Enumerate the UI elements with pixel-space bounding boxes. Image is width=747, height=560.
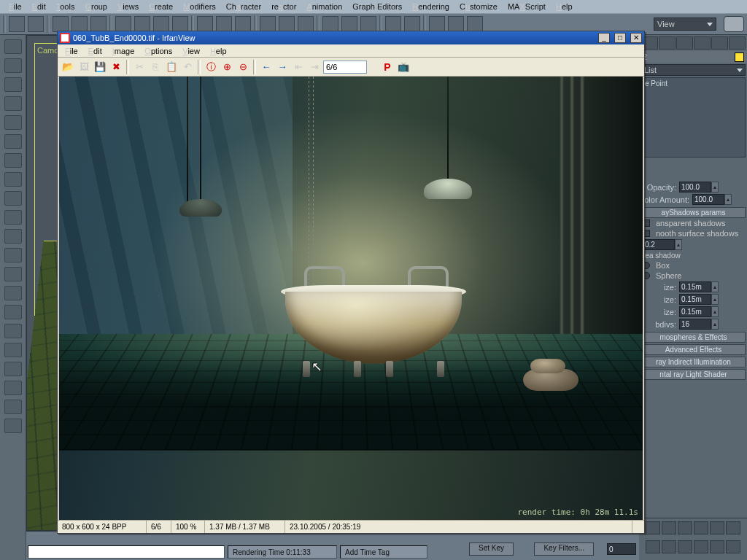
mirror-button[interactable] (322, 16, 338, 32)
show-end-icon[interactable] (667, 161, 678, 173)
next-image-icon[interactable]: → (275, 60, 290, 74)
play-icon[interactable] (678, 521, 692, 534)
misc-icon[interactable] (4, 381, 22, 395)
menu-animation[interactable]: Animation (302, 1, 347, 12)
box-icon[interactable] (4, 58, 22, 73)
gear-icon[interactable] (4, 210, 22, 225)
usize-spinner[interactable]: ▲ (679, 281, 719, 292)
spinner-up-icon[interactable]: ▲ (675, 239, 682, 250)
coloramount-input[interactable] (692, 194, 724, 205)
rollout-advanced[interactable]: Advanced Effects (641, 344, 746, 355)
menu-maxscript[interactable]: MAXScript (503, 1, 550, 12)
open-icon[interactable]: 📂 (61, 60, 75, 74)
move-button[interactable] (197, 16, 213, 32)
menu-create[interactable]: Create (144, 1, 177, 12)
transparent-shadows-row[interactable]: ansparent shadows (640, 218, 747, 228)
iv-menu-options[interactable]: Options (140, 46, 177, 56)
prev-page-icon[interactable]: ⇤ (291, 60, 306, 74)
render-teapot-button[interactable] (724, 16, 744, 32)
misc3-icon[interactable] (4, 419, 22, 433)
spinner-up-icon[interactable]: ▲ (724, 194, 732, 205)
undo-icon[interactable]: ↶ (180, 60, 195, 74)
menu-help[interactable]: Help (551, 1, 577, 12)
box-radio-row[interactable]: Box (640, 260, 747, 271)
bone-icon[interactable] (4, 324, 22, 338)
menu-rendering[interactable]: Rendering (408, 1, 454, 12)
configure-icon[interactable] (729, 161, 741, 173)
minimize-button[interactable]: _ (598, 33, 610, 43)
percent-snap-button[interactable] (298, 16, 314, 32)
pan-icon[interactable] (694, 540, 708, 553)
menu-character[interactable]: Character (222, 1, 266, 12)
next-page-icon[interactable]: ⇥ (307, 60, 322, 74)
curve-editor-button[interactable] (385, 16, 401, 32)
iv-menu-help[interactable]: Help (206, 46, 231, 56)
copy-icon[interactable]: ⎘ (148, 60, 163, 74)
smooth-shadows-row[interactable]: nooth surface shadows (640, 228, 747, 238)
star-icon[interactable] (4, 115, 22, 130)
select-name-button[interactable] (134, 16, 150, 32)
align-button[interactable] (341, 16, 357, 32)
set-key-button[interactable]: Set Key (469, 542, 514, 556)
add-time-tag-button[interactable]: Add Time Tag (340, 545, 427, 559)
bind-button[interactable] (90, 16, 107, 32)
paint-icon[interactable]: P (380, 60, 395, 74)
rollout-atmospheres[interactable]: mospheres & Effects (641, 332, 746, 343)
unique-icon[interactable] (687, 161, 699, 173)
wave-icon[interactable] (4, 286, 22, 300)
spinner-up-icon[interactable]: ▲ (711, 319, 719, 330)
modifier-stack[interactable]: e Point (641, 77, 746, 158)
usize-input[interactable] (679, 281, 711, 292)
orbit-icon[interactable] (4, 305, 22, 319)
goto-end-icon[interactable] (710, 521, 724, 534)
acquire-icon[interactable]: 📺 (396, 60, 411, 74)
spinner-up-icon[interactable]: ▲ (711, 281, 719, 292)
cut-icon[interactable]: ✂ (132, 60, 147, 74)
rollout-shadows[interactable]: ayShadows params (641, 207, 746, 218)
frame-input[interactable] (607, 543, 636, 555)
delete-icon[interactable]: ✖ (109, 60, 123, 74)
hand-icon[interactable] (4, 343, 22, 357)
misc2-icon[interactable] (4, 400, 22, 414)
undo-button[interactable] (9, 16, 25, 32)
tab-modify[interactable] (659, 36, 676, 50)
layers-button[interactable] (360, 16, 376, 32)
modifier-list-dropdown[interactable]: List (641, 64, 746, 76)
smooth-spinner[interactable]: ▲ (643, 239, 682, 250)
save-icon[interactable]: 💾 (93, 60, 107, 74)
sphere-radio-row[interactable]: Sphere (640, 271, 747, 281)
zoom-icon[interactable] (726, 521, 740, 534)
slideshow-icon[interactable]: 🖼 (77, 60, 91, 74)
menu-views[interactable]: Views (113, 1, 143, 12)
pin-stack-icon[interactable] (646, 161, 657, 173)
ref-coord-dropdown[interactable]: View (654, 18, 716, 31)
subdivs-spinner[interactable]: ▲ (679, 319, 719, 330)
teapot-icon[interactable] (4, 248, 22, 262)
window-crossing-button[interactable] (172, 16, 188, 32)
magnify-icon[interactable] (4, 191, 22, 206)
rotate-button[interactable] (216, 16, 232, 32)
menu-edit[interactable]: Edit (28, 1, 50, 12)
spinner-up-icon[interactable]: ▲ (711, 294, 719, 305)
prev-frame-icon[interactable] (662, 521, 676, 534)
render-scene-button[interactable] (448, 16, 464, 32)
tab-hierarchy[interactable] (676, 36, 693, 50)
angle-snap-button[interactable] (279, 16, 295, 32)
zoom-in-icon[interactable]: ⊕ (220, 60, 234, 74)
paint-icon[interactable] (4, 362, 22, 376)
unlink-button[interactable] (71, 16, 88, 32)
next-frame-icon[interactable] (694, 521, 708, 534)
select-button[interactable] (115, 16, 131, 32)
brush-icon[interactable] (4, 172, 22, 187)
tab-motion[interactable] (694, 36, 711, 50)
material-button[interactable] (429, 16, 445, 32)
vsize-input[interactable] (679, 294, 711, 305)
scale-button[interactable] (235, 16, 251, 32)
opacity-input[interactable] (679, 182, 711, 192)
tab-panel-icon[interactable] (4, 39, 22, 54)
quick-render-button[interactable] (467, 16, 483, 32)
iv-image-canvas[interactable]: render time: 0h 28m 11.1s (59, 77, 643, 520)
iv-menu-edit[interactable]: Edit (84, 46, 107, 56)
vsize-spinner[interactable]: ▲ (679, 294, 719, 305)
tab-display[interactable] (711, 36, 728, 50)
